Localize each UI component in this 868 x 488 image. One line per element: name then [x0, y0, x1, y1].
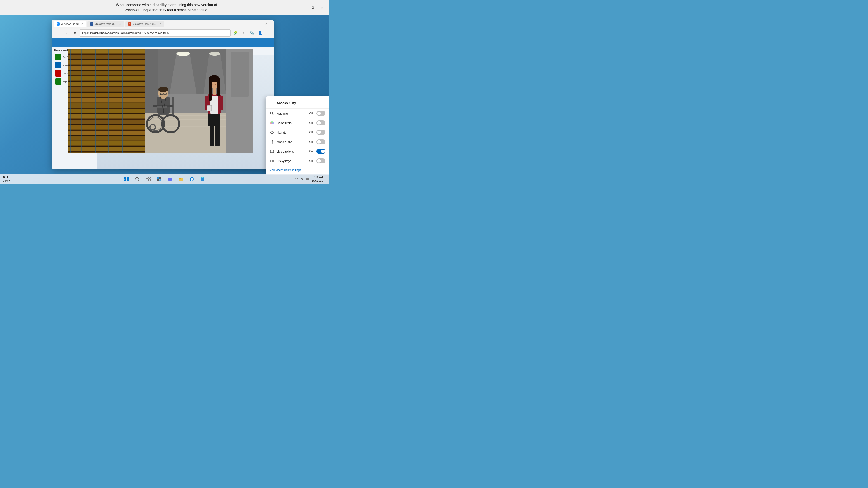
- panel-back-button[interactable]: ←: [270, 100, 274, 106]
- notification-center-button[interactable]: [324, 175, 327, 184]
- back-button[interactable]: ←: [54, 29, 61, 37]
- svg-rect-8: [68, 54, 151, 55]
- panel-row-mono-audio: Mono audio Off: [266, 137, 329, 147]
- narrator-label: Narrator: [277, 131, 307, 134]
- color-filters-toggle[interactable]: [316, 121, 326, 125]
- more-accessibility-settings-link[interactable]: More accessibility settings: [266, 166, 329, 173]
- svg-point-126: [170, 178, 170, 179]
- weather-widget: 78°F Sunny: [3, 176, 10, 182]
- refresh-button[interactable]: ↻: [71, 29, 78, 37]
- svg-rect-22: [68, 92, 151, 93]
- weather-temp: 78°F: [3, 176, 10, 179]
- tab-word-online[interactable]: W Microsoft Word Online ✕: [88, 21, 124, 27]
- clock-time: 9:28 AM: [312, 175, 323, 179]
- svg-rect-102: [270, 150, 274, 153]
- svg-rect-123: [159, 180, 161, 181]
- notification-close-button[interactable]: ✕: [319, 4, 324, 11]
- chat-button[interactable]: [165, 174, 175, 184]
- store-button[interactable]: [197, 174, 208, 184]
- window-close-button[interactable]: ✕: [261, 20, 272, 28]
- svg-rect-111: [127, 180, 129, 182]
- tab-favicon-insider: W: [57, 22, 60, 26]
- rec-icon-2: [55, 62, 61, 68]
- search-button[interactable]: [132, 174, 143, 184]
- sticky-keys-toggle[interactable]: [316, 158, 326, 163]
- volume-icon-button[interactable]: [300, 177, 305, 181]
- notification-gear-button[interactable]: ⚙: [310, 4, 316, 11]
- svg-rect-7: [68, 50, 151, 53]
- wifi-icon: [295, 177, 299, 181]
- magnifier-toggle-thumb: [317, 111, 321, 115]
- tab-windows-insider[interactable]: W Windows Insider ✕: [54, 21, 86, 27]
- svg-rect-35: [68, 125, 151, 129]
- window-maximize-button[interactable]: □: [251, 20, 261, 28]
- start-button[interactable]: [122, 174, 131, 184]
- taskbar-clock[interactable]: 9:28 AM 10/6/2021: [312, 175, 323, 183]
- favorites-button[interactable]: ☆: [240, 29, 247, 37]
- svg-rect-37: [68, 131, 151, 135]
- video-overlay: ✕: [68, 49, 253, 153]
- network-icon[interactable]: [294, 177, 299, 181]
- live-captions-toggle[interactable]: [316, 149, 326, 154]
- magnifier-toggle[interactable]: [316, 111, 326, 116]
- narrator-toggle[interactable]: [316, 130, 326, 135]
- new-tab-button[interactable]: +: [166, 21, 172, 27]
- svg-rect-117: [149, 179, 150, 181]
- magnifier-icon: [270, 111, 274, 116]
- narrator-icon: [270, 130, 274, 135]
- svg-rect-34: [68, 124, 151, 125]
- svg-rect-36: [68, 130, 151, 131]
- tab-close-insider[interactable]: ✕: [81, 23, 84, 25]
- collections-button[interactable]: 📎: [248, 29, 255, 37]
- address-bar[interactable]: [80, 29, 230, 37]
- tab-powerpoint-online[interactable]: P Microsoft PowerPoint Online ✕: [125, 21, 164, 27]
- svg-rect-121: [157, 180, 158, 181]
- svg-point-99: [271, 121, 273, 123]
- svg-rect-119: [159, 177, 161, 178]
- tab-close-word[interactable]: ✕: [119, 23, 121, 25]
- window-minimize-button[interactable]: ─: [241, 20, 251, 28]
- svg-rect-40: [68, 140, 151, 141]
- browser-content: Recommended Get Started Travel Itinerary…: [52, 38, 274, 169]
- file-explorer-button[interactable]: [176, 174, 186, 184]
- sticky-keys-label: Sticky keys: [277, 159, 307, 163]
- clock-date: 10/6/2021: [312, 179, 323, 183]
- svg-rect-122: [158, 180, 159, 181]
- svg-rect-116: [146, 179, 148, 181]
- svg-rect-135: [301, 178, 302, 180]
- svg-rect-30: [68, 113, 151, 114]
- svg-rect-110: [124, 180, 126, 182]
- battery-icon-button[interactable]: [305, 177, 310, 181]
- mono-audio-toggle[interactable]: [316, 139, 326, 144]
- battery-icon: [306, 177, 309, 181]
- svg-rect-42: [68, 146, 151, 147]
- taskview-button[interactable]: [143, 174, 153, 184]
- widgets-button[interactable]: [154, 174, 164, 184]
- profile-button[interactable]: 👤: [256, 29, 264, 37]
- svg-point-68: [158, 87, 168, 92]
- taskbar: 78°F Sunny: [0, 173, 329, 184]
- rec-icon-4: [55, 78, 61, 85]
- svg-rect-41: [68, 141, 151, 145]
- svg-rect-10: [68, 59, 151, 60]
- forward-button[interactable]: →: [62, 29, 70, 37]
- sticky-keys-icon: [270, 158, 274, 163]
- more-button[interactable]: ···: [265, 29, 272, 37]
- svg-rect-84: [209, 112, 220, 126]
- color-filters-status: Off: [309, 121, 313, 125]
- accessibility-panel: ← Accessibility Magnifier Off Color filt…: [266, 96, 329, 175]
- svg-rect-32: [68, 119, 151, 120]
- svg-rect-19: [68, 82, 151, 86]
- file-explorer-icon: [178, 177, 183, 182]
- color-filters-toggle-thumb: [317, 121, 321, 125]
- extensions-button[interactable]: 🧩: [232, 29, 239, 37]
- systray-chevron[interactable]: ^: [291, 178, 293, 180]
- tab-close-ppt[interactable]: ✕: [159, 23, 162, 25]
- weather-condition: Sunny: [3, 179, 10, 182]
- live-captions-toggle-thumb: [321, 150, 325, 153]
- svg-rect-137: [309, 178, 309, 179]
- svg-rect-83: [215, 124, 220, 147]
- svg-rect-93: [217, 78, 220, 96]
- edge-button[interactable]: [187, 174, 197, 184]
- store-icon: [200, 177, 205, 182]
